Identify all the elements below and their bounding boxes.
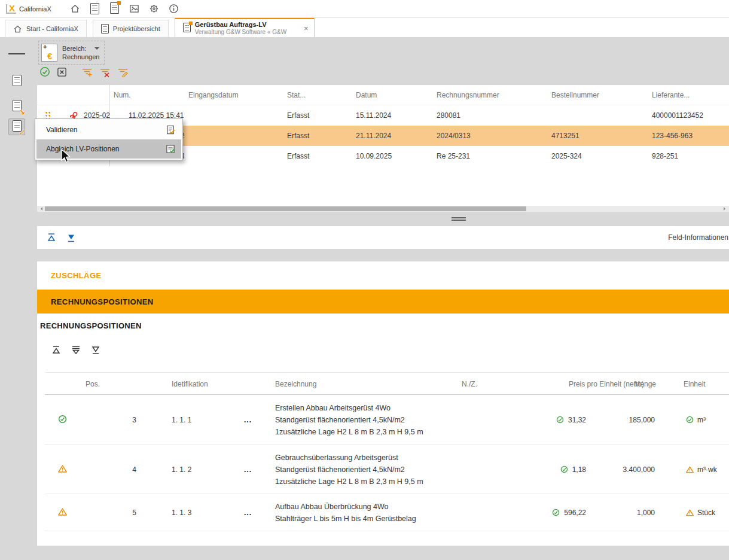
- document-alert-icon: [183, 23, 191, 34]
- scrollbar-thumb[interactable]: [45, 206, 526, 211]
- position-row[interactable]: 3 1. 1. 1 ... Erstellen Abbau Arbeitsger…: [45, 395, 729, 445]
- home-icon: [13, 25, 22, 34]
- sidebar-item-validate[interactable]: ✓: [8, 118, 25, 135]
- scroll-right-icon[interactable]: [724, 207, 727, 211]
- close-icon[interactable]: ×: [304, 24, 309, 33]
- section-label: RECHNUNGSPOSITIONEN: [51, 297, 154, 306]
- more-button[interactable]: ...: [244, 509, 252, 517]
- image-icon[interactable]: [129, 3, 140, 14]
- info-icon[interactable]: [168, 3, 179, 14]
- column-header-num[interactable]: Num.: [114, 91, 131, 99]
- menu-icon[interactable]: [8, 45, 25, 62]
- collapse-to-top-icon[interactable]: [51, 345, 62, 357]
- menu-item-validieren[interactable]: Validieren: [36, 120, 181, 139]
- bereich-selector[interactable]: +€ Bereich: Rechnungen: [38, 41, 105, 65]
- check-icon: ✓: [19, 128, 25, 137]
- sidebar-item-document[interactable]: [8, 72, 25, 89]
- column-header-bestellnummer[interactable]: Bestellnummer: [551, 91, 599, 99]
- titlebar-icon-strip: [69, 3, 179, 14]
- detail-toolbar: Feld-Informationen: [37, 226, 729, 249]
- cell-pos: 5: [99, 509, 136, 517]
- section-label: ZUSCHLÄGE: [51, 271, 102, 280]
- more-button[interactable]: ...: [244, 465, 252, 474]
- bereich-label: Bereich:: [62, 45, 86, 53]
- gear-icon[interactable]: [148, 3, 160, 14]
- cancel-box-icon[interactable]: [57, 67, 67, 79]
- column-header-pos[interactable]: Pos.: [86, 380, 100, 388]
- section-zuschlaege[interactable]: ZUSCHLÄGE: [37, 261, 729, 290]
- compare-list-icon: [166, 144, 176, 154]
- feld-informationen-label[interactable]: Feld-Informationen: [668, 233, 728, 242]
- context-menu: Validieren Abgleich LV-Positionen: [35, 118, 183, 160]
- more-button[interactable]: ...: [244, 416, 252, 424]
- cell-preis: 1,18: [560, 465, 586, 474]
- filter-add-icon[interactable]: [81, 67, 93, 79]
- document-badge-icon[interactable]: [109, 3, 120, 14]
- horizontal-scrollbar[interactable]: [37, 206, 729, 212]
- bereich-euro-icon: +€: [41, 44, 57, 62]
- document-icon: [101, 24, 109, 34]
- confirm-icon[interactable]: [39, 66, 50, 79]
- cell-lieferant: 4000001123452: [652, 111, 703, 120]
- ok-icon: [552, 509, 560, 516]
- position-row[interactable]: 4 1. 1. 2 ... Gebrauchsüberlassung Arbei…: [45, 445, 729, 494]
- jump-to-top-icon[interactable]: [46, 232, 57, 245]
- bereich-value: Rechnungen: [62, 53, 99, 60]
- tab-title: Gerüstbau Auftrags-LV: [195, 21, 286, 29]
- scroll-left-icon[interactable]: [39, 207, 42, 211]
- warning-icon: [58, 464, 67, 474]
- app-name: CaliforniaX: [19, 5, 51, 13]
- column-header-rechnungsnummer[interactable]: Rechnungsnummer: [437, 91, 499, 99]
- tab-subtitle: Verwaltung G&W Software « G&W: [195, 29, 286, 36]
- tab-projektuebersicht[interactable]: Projektübersicht: [93, 20, 169, 37]
- column-header-identifikation[interactable]: Idetifikation: [172, 380, 208, 388]
- filter-remove-icon[interactable]: [99, 67, 111, 79]
- section-rechnungspositionen[interactable]: RECHNUNGSPOSITIONEN: [37, 290, 729, 314]
- column-header-eingangsdatum[interactable]: Eingangsdatum: [188, 91, 238, 99]
- expand-levels-icon[interactable]: [71, 345, 81, 357]
- column-header-preis[interactable]: Preis pro Einheit (netto): [569, 380, 644, 388]
- titlebar: X CaliforniaX: [0, 0, 729, 18]
- column-header-bezeichnung[interactable]: Bezeichnung: [275, 380, 316, 388]
- cell-identifikation: 1. 1. 1: [172, 416, 191, 424]
- ok-icon: [560, 465, 568, 473]
- cell-pos: 3: [99, 416, 136, 424]
- warning-icon: [686, 509, 694, 516]
- cell-identifikation: 1. 1. 3: [172, 509, 191, 517]
- collapse-to-bottom-icon[interactable]: [90, 345, 101, 357]
- cell-preis: 596,22: [552, 509, 586, 517]
- positions-table: Pos. Idetifikation Bezeichnung N./Z. Pre…: [45, 372, 729, 531]
- menu-item-abgleich-lv-positionen[interactable]: Abgleich LV-Positionen: [36, 139, 181, 159]
- filter-edit-icon[interactable]: [117, 67, 129, 79]
- column-header-status[interactable]: Stat...: [287, 91, 306, 99]
- warning-icon: [686, 466, 694, 473]
- cell-bezeichnung: Gebrauchsüberlassung Arbeitsgerüst Stand…: [275, 452, 423, 488]
- tab-start-californiax[interactable]: Start - CaliforniaX: [5, 20, 87, 37]
- tab-geruestbau-auftrags-lv[interactable]: Gerüstbau Auftrags-LV Verwaltung G&W Sof…: [175, 18, 315, 37]
- arrow-down-right-icon: ↘: [19, 108, 25, 117]
- invoice-toolbar: [39, 66, 129, 79]
- cell-einheit: m³: [686, 416, 706, 424]
- cell-preis: 31,32: [556, 416, 586, 424]
- ok-icon: [556, 416, 564, 424]
- chevron-down-icon[interactable]: [94, 47, 99, 52]
- warning-icon: [58, 507, 67, 518]
- panel-splitter-handle[interactable]: [450, 216, 468, 224]
- home-icon[interactable]: [69, 3, 81, 14]
- ok-icon: [58, 415, 67, 425]
- column-header-menge[interactable]: Menge: [634, 380, 656, 388]
- column-header-lieferant[interactable]: Lieferante...: [652, 91, 690, 99]
- document-icon[interactable]: [89, 3, 100, 14]
- cell-bezeichnung: Erstellen Abbau Arbeitsgerüst 4Wo Standg…: [275, 402, 423, 438]
- cell-einheit: Stück: [686, 509, 715, 517]
- menu-item-label: Validieren: [46, 126, 166, 134]
- column-header-einheit[interactable]: Einheit: [684, 380, 706, 388]
- cell-status: Erfasst: [287, 111, 309, 120]
- positions-toolbar: [51, 345, 101, 357]
- jump-to-bottom-icon[interactable]: [66, 232, 77, 245]
- position-row[interactable]: 5 1. 1. 3 ... Aufbau Abbau Überbrückung …: [45, 494, 729, 531]
- column-header-datum[interactable]: Datum: [356, 91, 377, 99]
- cell-datum: 10.09.2025: [356, 152, 392, 160]
- sidebar-item-transfer[interactable]: ↘: [8, 98, 25, 115]
- column-header-nz[interactable]: N./Z.: [462, 380, 477, 388]
